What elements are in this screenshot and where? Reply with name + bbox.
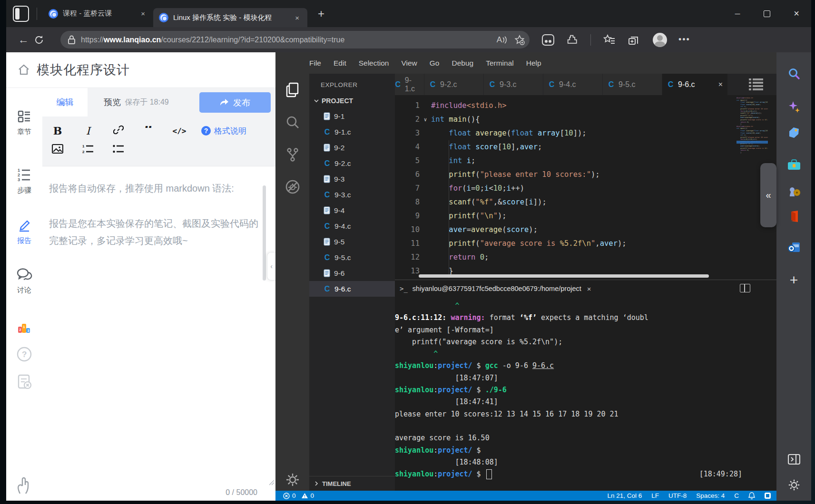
terminal-close-icon[interactable]: × <box>587 285 591 293</box>
file-item-9-3[interactable]: 9-3 <box>309 171 395 187</box>
file-item-9-2.c[interactable]: C9-2.c <box>309 155 395 171</box>
extensions-icon[interactable] <box>567 34 578 46</box>
minimize-button[interactable]: ─ <box>723 0 752 27</box>
sidebar-item-report[interactable]: 报告 <box>6 217 42 245</box>
menu-item-selection[interactable]: Selection <box>353 59 395 68</box>
code-editor[interactable]: 1#include<stdio.h>2∨int main(){3 float a… <box>395 95 776 280</box>
tab-close-icon[interactable]: × <box>718 80 723 89</box>
sidebar-search-icon[interactable] <box>776 61 811 87</box>
browser-tab-courses[interactable]: 课程 - 蓝桥云课 × <box>43 4 153 23</box>
back-button[interactable]: ← <box>13 33 34 46</box>
code-button[interactable]: </> <box>164 126 195 136</box>
manage-gear-icon[interactable] <box>275 473 309 487</box>
file-item-9-5.c[interactable]: C9-5.c <box>309 250 395 265</box>
favorites-icon[interactable] <box>603 34 616 46</box>
status-item[interactable]: Ln 21, Col 6 <box>607 492 642 499</box>
status-item[interactable]: Spaces: 4 <box>696 492 725 499</box>
feedback-icon[interactable] <box>765 493 771 499</box>
menu-item-debug[interactable]: Debug <box>445 59 480 68</box>
fold-chevron-icon[interactable]: ∨ <box>420 113 431 126</box>
editor-tab-9-1.c[interactable]: C9-1.c <box>395 74 424 95</box>
profile-avatar[interactable] <box>653 33 667 47</box>
ranking-icon[interactable]: 2 1 3 <box>6 320 42 338</box>
file-item-9-4.c[interactable]: C9-4.c <box>309 218 395 234</box>
file-item-9-1.c[interactable]: C9-1.c <box>309 124 395 140</box>
games-icon[interactable] <box>776 178 811 204</box>
outline-list-icon[interactable] <box>749 78 763 90</box>
office-icon[interactable] <box>776 204 811 229</box>
sidebar-item-chapters[interactable]: 章节 <box>6 109 42 136</box>
menu-item-go[interactable]: Go <box>423 59 446 68</box>
image-button[interactable] <box>42 144 73 156</box>
editor-tab-9-3.c[interactable]: C9-3.c <box>484 74 543 95</box>
italic-button[interactable]: I <box>73 125 103 137</box>
panel-collapse-handle[interactable]: ‹ <box>267 252 275 281</box>
horizontal-scrollbar[interactable] <box>419 274 709 278</box>
file-item-9-3.c[interactable]: C9-3.c <box>309 187 395 203</box>
browser-essentials-icon[interactable] <box>542 34 554 46</box>
scrollbar-thumb[interactable] <box>263 185 266 281</box>
sidebar-collapse-handle[interactable]: « <box>760 163 776 227</box>
open-side-pane-icon[interactable] <box>776 446 811 472</box>
file-item-9-6[interactable]: 9-6 <box>309 265 395 281</box>
resize-grip-icon[interactable] <box>267 478 275 485</box>
close-button[interactable]: × <box>782 0 811 27</box>
terminal-panel[interactable]: >_ shiyanlou@63775917fc5edbcce80e0679:/h… <box>395 280 776 491</box>
timeline-section-header[interactable]: TIMELINE <box>309 476 395 491</box>
editor-tab-9-4.c[interactable]: C9-4.c <box>543 74 603 95</box>
file-item-9-5[interactable]: 9-5 <box>309 234 395 250</box>
publish-button[interactable]: 发布 <box>199 92 271 113</box>
file-item-9-6.c[interactable]: C9-6.c <box>309 281 395 297</box>
sidebar-settings-gear-icon[interactable] <box>776 472 811 498</box>
split-terminal-icon[interactable] <box>740 284 750 292</box>
outlook-icon[interactable] <box>776 235 811 261</box>
editor-tab-9-2.c[interactable]: C9-2.c <box>424 74 484 95</box>
browser-tab-linux-lab[interactable]: Linux 操作系统 实验 - 模块化程 × <box>153 8 307 27</box>
file-item-9-2[interactable]: 9-2 <box>309 140 395 155</box>
sidebar-item-discussion[interactable]: 讨论 <box>6 268 42 295</box>
bold-button[interactable]: B <box>42 125 73 137</box>
ordered-list-button[interactable]: 1 2 <box>73 144 103 156</box>
link-button[interactable] <box>103 125 134 137</box>
project-section-header[interactable]: PROJECT <box>309 88 395 108</box>
help-icon[interactable]: ? <box>6 346 42 364</box>
explorer-activity-icon[interactable] <box>275 74 309 106</box>
new-tab-button[interactable]: + <box>314 7 328 20</box>
tab-close-icon[interactable]: × <box>293 13 302 23</box>
error-count[interactable]: 0 <box>292 492 296 499</box>
remove-report-icon[interactable] <box>6 373 42 392</box>
quote-button[interactable]: “ <box>134 126 164 136</box>
maximize-button[interactable] <box>752 0 782 27</box>
status-item[interactable]: LF <box>651 492 659 499</box>
shopping-icon[interactable] <box>776 120 811 145</box>
workspaces-icon[interactable] <box>13 6 29 22</box>
sidebar-add-icon[interactable]: + <box>776 267 811 293</box>
settings-menu-icon[interactable]: ••• <box>678 35 690 45</box>
toolbox-icon[interactable] <box>776 152 811 178</box>
refresh-button[interactable] <box>34 35 55 45</box>
menu-item-help[interactable]: Help <box>520 59 548 68</box>
sidebar-item-steps[interactable]: 1 2 3 步骤 <box>6 168 42 195</box>
bullet-list-button[interactable] <box>103 144 134 156</box>
menu-item-file[interactable]: File <box>303 59 327 68</box>
notifications-bell-icon[interactable] <box>748 492 755 499</box>
tab-edit[interactable]: 编辑 <box>42 88 88 116</box>
minimap[interactable]: #include<stdio.h>int main(){ float avera… <box>736 97 768 154</box>
report-textarea[interactable]: 报告将自动保存，推荐使用 markdown 语法: 报告是您在本实验保存的笔记、… <box>42 166 275 249</box>
status-item[interactable]: UTF-8 <box>668 492 687 499</box>
add-favorite-icon[interactable] <box>514 35 525 45</box>
address-bar[interactable]: https://www.lanqiao.cn/courses/2212/lear… <box>60 31 530 48</box>
search-activity-icon[interactable] <box>275 106 309 138</box>
minimap-slider[interactable] <box>736 141 768 144</box>
format-help-link[interactable]: ? 格式说明 <box>201 126 246 136</box>
file-item-9-4[interactable]: 9-4 <box>309 203 395 218</box>
debug-disabled-icon[interactable] <box>275 171 309 203</box>
url-text[interactable]: https://www.lanqiao.cn/courses/2212/lear… <box>81 36 489 44</box>
status-item[interactable]: C <box>734 492 739 499</box>
source-control-icon[interactable] <box>275 138 309 171</box>
home-icon[interactable] <box>18 64 30 76</box>
gesture-icon[interactable] <box>6 475 42 496</box>
copilot-icon[interactable] <box>776 94 811 120</box>
menu-item-edit[interactable]: Edit <box>327 59 353 68</box>
tab-preview[interactable]: 预览 保存于 18:49 <box>88 88 185 116</box>
